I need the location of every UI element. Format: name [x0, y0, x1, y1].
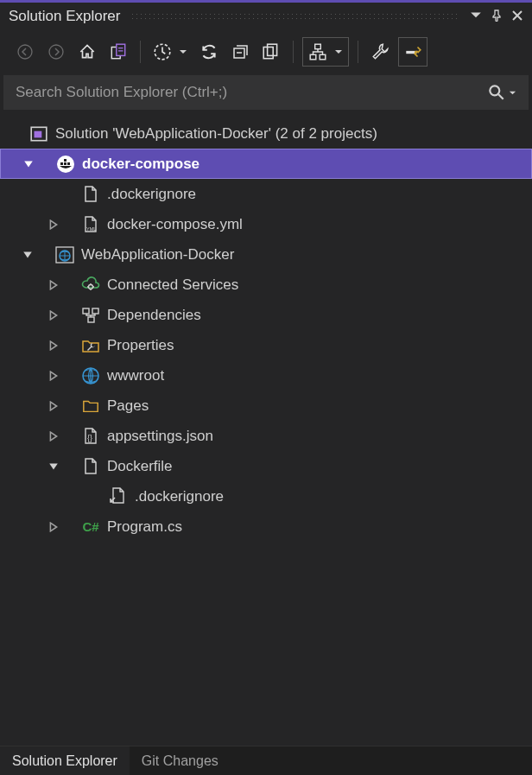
docker-compose-project[interactable]: docker-compose — [0, 149, 532, 179]
svg-text:{}: {} — [87, 434, 92, 442]
svg-rect-25 — [83, 308, 89, 314]
svg-rect-15 — [35, 130, 42, 137]
svg-rect-6 — [263, 48, 273, 59]
chevron-down-icon[interactable] — [175, 48, 191, 56]
tree-label: .dockerignore — [107, 186, 196, 203]
tree-label: Pages — [107, 397, 149, 415]
svg-rect-19 — [64, 159, 66, 162]
home-button[interactable] — [74, 39, 100, 65]
tree-item-dockerfile[interactable]: Dockerfile — [0, 451, 532, 481]
tree-item-docker-compose-yml[interactable]: YML docker-compose.yml — [0, 209, 532, 239]
tree-item-program-cs[interactable]: C# Program.cs — [0, 511, 532, 542]
svg-rect-17 — [60, 162, 63, 165]
close-icon[interactable] — [511, 10, 523, 24]
sync-button[interactable] — [196, 39, 222, 65]
switch-views-button[interactable] — [105, 39, 131, 65]
svg-rect-8 — [315, 44, 321, 49]
svg-rect-27 — [88, 317, 94, 322]
json-file-icon: {} — [81, 427, 100, 446]
svg-rect-7 — [268, 44, 277, 55]
svg-point-1 — [49, 45, 63, 59]
search-input[interactable] — [16, 84, 487, 101]
svg-rect-26 — [92, 308, 98, 314]
expander-closed-icon[interactable] — [47, 218, 60, 232]
file-icon — [81, 185, 100, 204]
tree-item-appsettings[interactable]: {} appsettings.json — [0, 421, 532, 451]
expander-closed-icon[interactable] — [47, 399, 60, 413]
tree-item-connected-services[interactable]: Connected Services — [0, 270, 532, 300]
expander-open-icon[interactable] — [22, 157, 35, 171]
dropdown-arrow-icon[interactable] — [470, 10, 482, 24]
tree-label: Properties — [107, 337, 174, 354]
expander-closed-icon[interactable] — [47, 308, 60, 322]
chevron-down-icon[interactable] — [331, 48, 346, 56]
tab-git-changes[interactable]: Git Changes — [130, 746, 231, 775]
panel-title: Solution Explorer — [9, 8, 120, 25]
expander-closed-icon[interactable] — [47, 339, 60, 353]
toolbar — [0, 30, 532, 73]
panel-titlebar: Solution Explorer — [0, 3, 532, 30]
svg-point-13 — [490, 86, 499, 95]
tree-label: wwwroot — [107, 367, 164, 384]
tree-item-pages[interactable]: Pages — [0, 391, 532, 421]
solution-explorer-panel: Solution Explorer — [0, 3, 532, 775]
tree-label: Dockerfile — [107, 458, 173, 475]
tree-item-wwwroot[interactable]: wwwroot — [0, 360, 532, 391]
wrench-folder-icon — [81, 336, 100, 355]
solution-tree: Solution 'WebApplication-Docker' (2 of 2… — [0, 115, 532, 746]
svg-rect-9 — [310, 54, 316, 60]
tree-item-dockerignore[interactable]: .dockerignore — [0, 179, 532, 209]
preview-button[interactable] — [398, 37, 428, 67]
tree-label: Connected Services — [107, 276, 238, 294]
pin-icon[interactable] — [491, 10, 503, 24]
tree-label: Program.cs — [107, 518, 182, 536]
expander-closed-icon[interactable] — [47, 278, 60, 292]
csharp-file-icon: C# — [81, 518, 100, 537]
panel-grip[interactable] — [130, 12, 459, 21]
web-project-icon — [55, 245, 74, 264]
window-controls — [470, 10, 523, 24]
chevron-down-icon — [509, 89, 516, 97]
expander-closed-icon[interactable] — [47, 520, 60, 534]
bottom-tabs: Solution Explorer Git Changes — [0, 746, 532, 775]
svg-rect-20 — [67, 162, 70, 165]
toolbar-separator — [293, 41, 294, 63]
back-button[interactable] — [12, 39, 38, 65]
connected-services-icon — [81, 276, 100, 295]
solution-node[interactable]: Solution 'WebApplication-Docker' (2 of 2… — [0, 118, 532, 149]
tree-item-dockerignore-nested[interactable]: .dockerignore — [0, 481, 532, 511]
tree-label: Dependencies — [107, 307, 201, 324]
expander-closed-icon[interactable] — [47, 429, 60, 443]
hierarchy-button[interactable] — [305, 39, 331, 65]
tab-solution-explorer[interactable]: Solution Explorer — [0, 746, 130, 775]
tree-label: WebApplication-Docker — [81, 246, 234, 264]
pending-changes-filter[interactable] — [149, 39, 191, 65]
show-all-files-button[interactable] — [258, 39, 284, 65]
webapplication-project[interactable]: WebApplication-Docker — [0, 239, 532, 270]
search-button[interactable] — [487, 83, 516, 102]
tree-item-properties[interactable]: Properties — [0, 330, 532, 360]
file-icon — [81, 457, 100, 476]
folder-icon — [81, 397, 100, 416]
globe-icon — [81, 366, 100, 385]
collapse-all-button[interactable] — [227, 39, 253, 65]
toolbar-separator — [358, 41, 358, 63]
svg-rect-18 — [64, 162, 66, 165]
tree-label: docker-compose.yml — [107, 216, 243, 233]
file-link-icon — [109, 487, 128, 506]
svg-rect-3 — [117, 44, 125, 55]
yml-file-icon: YML — [81, 215, 100, 234]
docker-icon — [56, 155, 75, 174]
expander-open-icon[interactable] — [47, 460, 60, 473]
expander-open-icon[interactable] — [21, 248, 35, 262]
view-mode-group — [302, 37, 349, 67]
tree-label: Solution 'WebApplication-Docker' (2 of 2… — [55, 125, 377, 143]
svg-point-0 — [18, 45, 32, 59]
svg-text:YML: YML — [86, 226, 96, 232]
svg-rect-10 — [320, 54, 326, 60]
forward-button[interactable] — [43, 39, 69, 65]
search-bar — [3, 75, 529, 110]
expander-closed-icon[interactable] — [47, 369, 60, 383]
tree-item-dependencies[interactable]: Dependencies — [0, 300, 532, 330]
properties-button[interactable] — [367, 39, 393, 65]
